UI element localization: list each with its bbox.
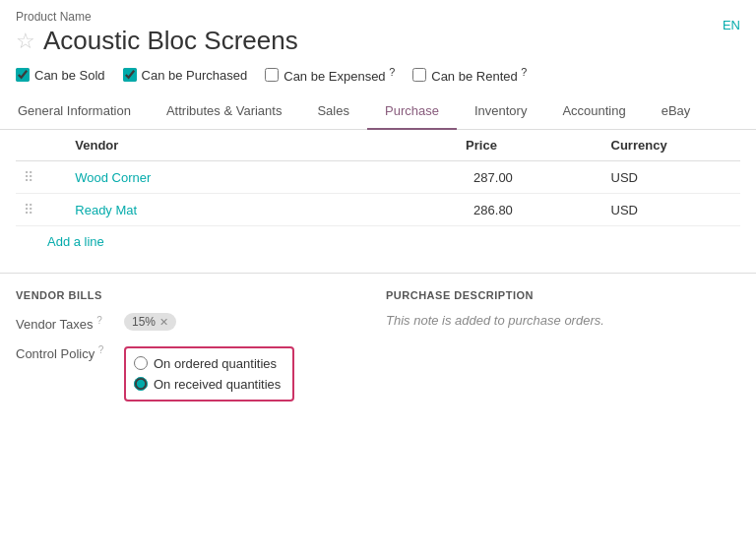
- radio-ordered-label: On ordered quantities: [154, 356, 277, 371]
- control-policy-label: Control Policy ?: [16, 342, 124, 361]
- vendor-bills-title: VENDOR BILLS: [16, 289, 354, 301]
- tab-sales[interactable]: Sales: [299, 93, 367, 130]
- drag-handle-icon[interactable]: ⠿: [24, 169, 37, 185]
- vendor-price: 286.80: [466, 194, 602, 226]
- vendor-name-link[interactable]: Wood Corner: [75, 170, 151, 185]
- vendor-currency: USD: [603, 194, 740, 226]
- radio-received-quantities: On received quantities: [134, 377, 281, 392]
- tab-purchase[interactable]: Purchase: [367, 93, 457, 130]
- radio-ordered-input[interactable]: [134, 356, 148, 370]
- purchase-description-text: This note is added to purchase orders.: [386, 313, 740, 328]
- table-handle-header: [16, 130, 67, 161]
- tag-remove-icon[interactable]: ✕: [159, 316, 168, 329]
- currency-column-header: Currency: [603, 130, 740, 161]
- vendor-taxes-value: 15% ✕: [124, 313, 176, 331]
- radio-received-input[interactable]: [134, 377, 148, 391]
- product-header: Product Name ☆ Acoustic Bloc Screens EN …: [0, 0, 756, 93]
- vendor-price: 287.00: [466, 161, 602, 194]
- can-be-purchased-checkbox[interactable]: Can be Purchased: [123, 68, 248, 83]
- favorite-star-icon[interactable]: ☆: [16, 31, 35, 52]
- can-be-rented-checkbox[interactable]: Can be Rented ?: [412, 66, 527, 84]
- vendor-taxes-row: Vendor Taxes ? 15% ✕: [16, 313, 354, 332]
- vendor-taxes-label: Vendor Taxes ?: [16, 313, 124, 332]
- purchase-description-title: PURCHASE DESCRIPTION: [386, 289, 740, 301]
- purchase-description-section: PURCHASE DESCRIPTION This note is added …: [378, 289, 740, 410]
- can-be-expensed-checkbox[interactable]: Can be Expensed ?: [265, 66, 395, 84]
- tabs-nav: General Information Attributes & Variant…: [0, 93, 756, 130]
- radio-ordered-quantities: On ordered quantities: [134, 356, 281, 371]
- add-line-button[interactable]: Add a line: [16, 226, 112, 257]
- vendor-name-link[interactable]: Ready Mat: [75, 203, 137, 217]
- product-label: Product Name: [16, 10, 298, 24]
- tab-accounting[interactable]: Accounting: [544, 93, 643, 130]
- tab-attributes-variants[interactable]: Attributes & Variants: [149, 93, 300, 130]
- vendor-taxes-tag: 15% ✕: [124, 313, 176, 331]
- control-policy-box: On ordered quantities On received quanti…: [124, 346, 294, 402]
- language-badge[interactable]: EN: [723, 18, 740, 32]
- tab-general-information[interactable]: General Information: [0, 93, 149, 130]
- tab-ebay[interactable]: eBay: [644, 93, 709, 130]
- drag-handle-icon[interactable]: ⠿: [24, 202, 37, 217]
- vendor-table-section: Vendor Price Currency ⠿ Wood Corner 287.…: [0, 130, 756, 257]
- table-row: ⠿ Wood Corner 287.00 USD: [16, 161, 740, 194]
- price-column-header: Price: [466, 130, 602, 161]
- tab-inventory[interactable]: Inventory: [457, 93, 544, 130]
- table-row: ⠿ Ready Mat 286.80 USD: [16, 194, 740, 226]
- vendor-table: Vendor Price Currency ⠿ Wood Corner 287.…: [16, 130, 740, 226]
- vendor-bills-section: VENDOR BILLS Vendor Taxes ? 15% ✕ Contro…: [16, 289, 378, 410]
- can-be-sold-checkbox[interactable]: Can be Sold: [16, 68, 105, 83]
- control-policy-row: Control Policy ? On ordered quantities O…: [16, 342, 354, 402]
- product-title: Acoustic Bloc Screens: [43, 26, 298, 56]
- vendor-currency: USD: [603, 161, 740, 194]
- tag-label: 15%: [132, 315, 156, 329]
- product-flags-row: Can be Sold Can be Purchased Can be Expe…: [0, 60, 756, 93]
- radio-received-label: On received quantities: [154, 377, 281, 392]
- vendor-column-header: Vendor: [67, 130, 466, 161]
- bottom-section: VENDOR BILLS Vendor Taxes ? 15% ✕ Contro…: [0, 289, 756, 410]
- section-divider: [0, 273, 756, 274]
